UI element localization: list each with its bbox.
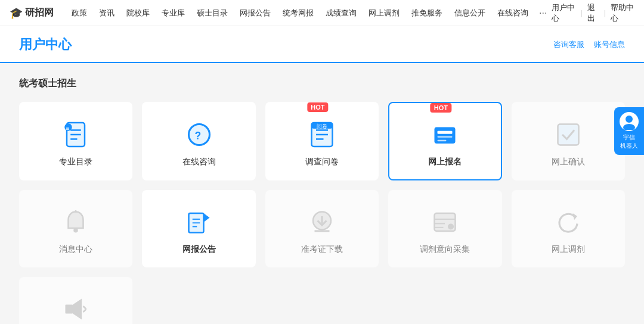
grid-label-online-consult: 在线咨询 bbox=[182, 157, 216, 167]
nav-transfer[interactable]: 网上调剂 bbox=[363, 0, 405, 26]
download-icon bbox=[307, 207, 337, 237]
grid-label-online-confirm: 网上确认 bbox=[552, 157, 585, 167]
confirm-icon bbox=[553, 120, 583, 149]
grid-item-online-transfer: 网上调剂 bbox=[512, 190, 625, 267]
nav-divider2: | bbox=[604, 8, 606, 17]
nav-logo[interactable]: 🎓 研招网 bbox=[10, 7, 54, 20]
svg-text:≡: ≡ bbox=[66, 125, 70, 132]
nav-user-center[interactable]: 用户中心 bbox=[552, 2, 575, 24]
nav-divider1: | bbox=[580, 8, 582, 17]
svg-point-40 bbox=[623, 124, 635, 130]
nav-schools[interactable]: 院校库 bbox=[120, 0, 156, 26]
grid-label-major-catalog: 专业目录 bbox=[59, 157, 92, 167]
grid-item-admit-card: 准考证下载 bbox=[265, 190, 379, 267]
svg-point-19 bbox=[73, 228, 78, 233]
grid-label-notice: 网报公告 bbox=[182, 244, 216, 255]
nav-notice[interactable]: 网报公告 bbox=[234, 0, 277, 26]
bell-icon bbox=[61, 207, 91, 237]
transfer-icon bbox=[430, 207, 460, 237]
svg-rect-15 bbox=[438, 131, 453, 134]
avatar-image bbox=[621, 113, 637, 130]
nav-consult[interactable]: 在线咨询 bbox=[491, 0, 534, 26]
svg-text:问卷: 问卷 bbox=[317, 123, 327, 129]
svg-line-37 bbox=[83, 306, 86, 309]
nav-majors[interactable]: 专业库 bbox=[156, 0, 191, 26]
logo-icon: 🎓 bbox=[10, 7, 23, 20]
nav-score[interactable]: 成绩查询 bbox=[320, 0, 363, 26]
nav-info[interactable]: 信息公开 bbox=[448, 0, 491, 26]
consult-icon: ? bbox=[184, 120, 214, 149]
nav-bar: 🎓 研招网 政策 资讯 院校库 专业库 硕士目录 网报公告 统考网报 成绩查询 … bbox=[0, 0, 644, 26]
grid-label-online-register: 网上报名 bbox=[428, 157, 462, 167]
doc-icon: ≡ bbox=[61, 120, 91, 149]
nav-recommended[interactable]: 推免服务 bbox=[405, 0, 448, 26]
svg-point-39 bbox=[626, 116, 633, 123]
svg-line-38 bbox=[83, 309, 86, 312]
nav-policy[interactable]: 政策 bbox=[66, 0, 93, 26]
header-actions: 咨询客服 账号信息 bbox=[553, 39, 625, 58]
hot-badge-survey: HOT bbox=[307, 102, 328, 112]
refresh-icon bbox=[553, 207, 583, 237]
nav-logout[interactable]: 退出 bbox=[587, 2, 599, 24]
grid-item-transfer-intent: 调剂意向采集 bbox=[388, 190, 501, 267]
grid-item-online-consult[interactable]: ? 在线咨询 bbox=[142, 102, 255, 180]
grid-item-notice[interactable]: 网报公告 bbox=[142, 190, 255, 267]
svg-rect-17 bbox=[438, 140, 447, 142]
hot-badge-online-register: HOT bbox=[431, 103, 451, 113]
nav-more-button[interactable]: ··· bbox=[534, 8, 552, 18]
grid-label-survey: 调查问卷 bbox=[305, 157, 339, 167]
nav-catalog[interactable]: 硕士目录 bbox=[191, 0, 234, 26]
service-grid: ≡ 专业目录 ? 在线咨询HOT 问卷 调查问卷HOT 网上报名 网上确认 消息… bbox=[19, 102, 625, 324]
register-icon bbox=[430, 120, 460, 149]
main-content: 统考硕士招生 ≡ 专业目录 ? 在线咨询HOT 问卷 调查问卷HOT 网上报名 … bbox=[0, 63, 644, 324]
survey-icon: 问卷 bbox=[307, 120, 337, 149]
consult-link[interactable]: 咨询客服 bbox=[553, 39, 584, 50]
notice-icon bbox=[184, 207, 214, 237]
svg-rect-35 bbox=[66, 305, 73, 314]
svg-rect-16 bbox=[438, 136, 453, 138]
grid-item-message-center: 消息中心 bbox=[19, 190, 132, 267]
grid-label-message-center: 消息中心 bbox=[59, 244, 92, 255]
svg-marker-36 bbox=[73, 299, 82, 320]
grid-label-transfer-intent: 调剂意向采集 bbox=[420, 244, 470, 255]
logo-text: 研招网 bbox=[25, 7, 54, 19]
svg-point-31 bbox=[448, 224, 454, 230]
svg-marker-22 bbox=[203, 213, 209, 222]
grid-label-online-transfer: 网上调剂 bbox=[552, 244, 585, 255]
grid-item-survey[interactable]: HOT 问卷 调查问卷 bbox=[265, 102, 379, 180]
grid-item-info-platform: 信息公开平台 bbox=[19, 277, 132, 324]
grid-item-online-register[interactable]: HOT 网上报名 bbox=[388, 102, 501, 180]
nav-help[interactable]: 帮助中心 bbox=[611, 2, 634, 24]
page-header: 用户中心 咨询客服 账号信息 bbox=[0, 26, 644, 63]
nav-right: 用户中心 | 退出 | 帮助中心 bbox=[552, 2, 634, 24]
grid-item-online-confirm: 网上确认 bbox=[512, 102, 625, 180]
svg-rect-18 bbox=[558, 124, 578, 145]
speaker-icon bbox=[61, 294, 91, 324]
svg-text:?: ? bbox=[194, 130, 201, 142]
grid-label-admit-card: 准考证下载 bbox=[301, 244, 343, 255]
account-link[interactable]: 账号信息 bbox=[594, 39, 625, 50]
nav-news[interactable]: 资讯 bbox=[93, 0, 120, 26]
grid-item-major-catalog[interactable]: ≡ 专业目录 bbox=[19, 102, 132, 180]
floating-avatar[interactable]: 宇信机器人 bbox=[614, 107, 644, 155]
avatar-circle bbox=[620, 112, 639, 131]
nav-links: 政策 资讯 院校库 专业库 硕士目录 网报公告 统考网报 成绩查询 网上调剂 推… bbox=[66, 0, 552, 26]
page-title: 用户中心 bbox=[19, 36, 72, 62]
avatar-name: 宇信机器人 bbox=[620, 133, 638, 150]
section-title: 统考硕士招生 bbox=[19, 77, 625, 90]
nav-register[interactable]: 统考网报 bbox=[277, 0, 320, 26]
